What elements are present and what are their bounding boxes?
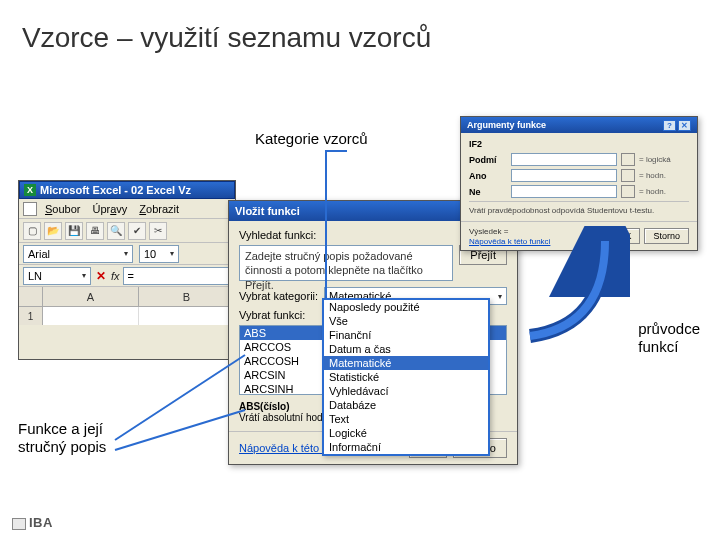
svg-line-1 — [115, 410, 245, 450]
font-size-select[interactable]: 10 ▾ — [139, 245, 179, 263]
label-kategorie: Kategorie vzorců — [255, 130, 368, 147]
column-header-A[interactable]: A — [43, 287, 139, 306]
funkce-l1: Funkce a její — [18, 420, 103, 437]
arg-row-0: Podmí = logická — [469, 153, 689, 166]
font-size-value: 10 — [144, 248, 156, 260]
formula-bar[interactable]: = — [123, 267, 235, 285]
excel-window: X Microsoft Excel - 02 Excel Vz SSouboro… — [18, 180, 236, 360]
cancel-button[interactable]: Storno — [644, 228, 689, 244]
spell-icon[interactable]: ✔ — [128, 222, 146, 240]
cut-icon[interactable]: ✂ — [149, 222, 167, 240]
cat-item[interactable]: Text — [324, 412, 488, 426]
args-title: Argumenty funkce — [467, 120, 546, 130]
name-box[interactable]: LN ▾ — [23, 267, 91, 285]
excel-formula-row: LN ▾ ✕ fx = — [19, 265, 235, 287]
cat-item[interactable]: Vyhledávací — [324, 384, 488, 398]
arg-input[interactable] — [511, 185, 617, 198]
insert-dialog-title: Vložit funkci — [235, 205, 300, 217]
logo-box-icon — [12, 518, 26, 530]
args-signature: IF2 — [469, 139, 689, 149]
preview-icon[interactable]: 🔍 — [107, 222, 125, 240]
chevron-down-icon: ▾ — [498, 292, 502, 301]
pruvodce-l2: funkcí — [638, 338, 678, 355]
range-picker-icon[interactable] — [621, 169, 635, 182]
chevron-down-icon: ▾ — [124, 249, 128, 258]
menu-soubor[interactable]: SSouboroubor — [41, 202, 84, 216]
cat-item[interactable]: Finanční — [324, 328, 488, 342]
arg-row-2: Ne = hodn. — [469, 185, 689, 198]
excel-toolbar: ▢ 📂 💾 🖶 🔍 ✔ ✂ — [19, 219, 235, 243]
curved-arrow-icon — [510, 226, 630, 346]
cat-item[interactable]: Statistické — [324, 370, 488, 384]
menu-upravy[interactable]: Úpravy — [88, 202, 131, 216]
excel-title-text: Microsoft Excel - 02 Excel Vz — [40, 184, 191, 196]
args-description: Vrátí pravděpodobnost odpovídá Studentov… — [469, 201, 689, 215]
open-icon[interactable]: 📂 — [44, 222, 62, 240]
help-icon[interactable]: ? — [663, 120, 676, 131]
chevron-down-icon: ▾ — [82, 271, 86, 280]
select-all-corner[interactable] — [19, 287, 43, 306]
fx-label-icon[interactable]: fx — [111, 270, 123, 282]
cat-item[interactable]: Logické — [324, 426, 488, 440]
arg-value: = hodn. — [639, 171, 689, 180]
pointer-lines-funkce — [115, 430, 295, 494]
print-icon[interactable]: 🖶 — [86, 222, 104, 240]
pointer-line-kategorie — [325, 150, 327, 298]
range-picker-icon[interactable] — [621, 153, 635, 166]
grid-row-1: 1 — [19, 307, 235, 325]
cat-item[interactable]: Vše — [324, 314, 488, 328]
excel-menubar: SSouboroubor Úpravy Zobrazit — [19, 199, 235, 219]
font-name-select[interactable]: Arial ▾ — [23, 245, 133, 263]
arg-label: Ne — [469, 187, 507, 197]
cat-item[interactable]: Datum a čas — [324, 342, 488, 356]
cat-item[interactable]: Databáze — [324, 398, 488, 412]
arg-input[interactable] — [511, 153, 617, 166]
arg-value: = logická — [639, 155, 689, 164]
close-icon[interactable]: ✕ — [678, 120, 691, 131]
svg-line-0 — [115, 355, 245, 440]
label-funkce: Funkce a její stručný popis — [18, 420, 106, 456]
slide-title: Vzorce – využití seznamu vzorců — [22, 22, 431, 54]
range-picker-icon[interactable] — [621, 185, 635, 198]
excel-fontrow: Arial ▾ 10 ▾ — [19, 243, 235, 265]
cat-item[interactable]: Naposledy použité — [324, 300, 488, 314]
formula-text: = — [128, 270, 134, 282]
excel-app-icon: X — [24, 184, 36, 196]
category-dropdown-list[interactable]: Naposledy použité Vše Finanční Datum a č… — [322, 298, 490, 456]
search-function-input[interactable]: Zadejte stručný popis požadované činnost… — [239, 245, 453, 281]
font-name-value: Arial — [28, 248, 50, 260]
excel-titlebar: X Microsoft Excel - 02 Excel Vz — [19, 181, 235, 199]
menu-zobrazit[interactable]: Zobrazit — [135, 202, 183, 216]
name-box-value: LN — [28, 270, 42, 282]
new-icon[interactable]: ▢ — [23, 222, 41, 240]
document-icon — [23, 202, 37, 216]
logo-text: IBA — [29, 515, 53, 530]
result-label: Výsledek = — [469, 227, 508, 236]
args-titlebar: Argumenty funkce ? ✕ — [461, 117, 697, 133]
arg-value: = hodn. — [639, 187, 689, 196]
cat-item[interactable]: Informační — [324, 440, 488, 454]
cell-A1[interactable] — [43, 307, 139, 325]
arg-label: Podmí — [469, 155, 507, 165]
arg-label: Ano — [469, 171, 507, 181]
cell-B1[interactable] — [139, 307, 235, 325]
label-pruvodce: průvodce funkcí — [638, 320, 700, 356]
cat-item-selected[interactable]: Matematické — [324, 356, 488, 370]
chevron-down-icon: ▾ — [170, 249, 174, 258]
arg-row-1: Ano = hodn. — [469, 169, 689, 182]
category-label: Vybrat kategorii: — [239, 290, 318, 302]
column-header-B[interactable]: B — [139, 287, 235, 306]
pruvodce-l1: průvodce — [638, 320, 700, 337]
funkce-l2: stručný popis — [18, 438, 106, 455]
save-icon[interactable]: 💾 — [65, 222, 83, 240]
arg-input[interactable] — [511, 169, 617, 182]
column-header-row: A B — [19, 287, 235, 307]
cancel-formula-icon[interactable]: ✕ — [91, 269, 111, 283]
row-header-1[interactable]: 1 — [19, 307, 43, 325]
logo: IBA — [12, 515, 53, 530]
